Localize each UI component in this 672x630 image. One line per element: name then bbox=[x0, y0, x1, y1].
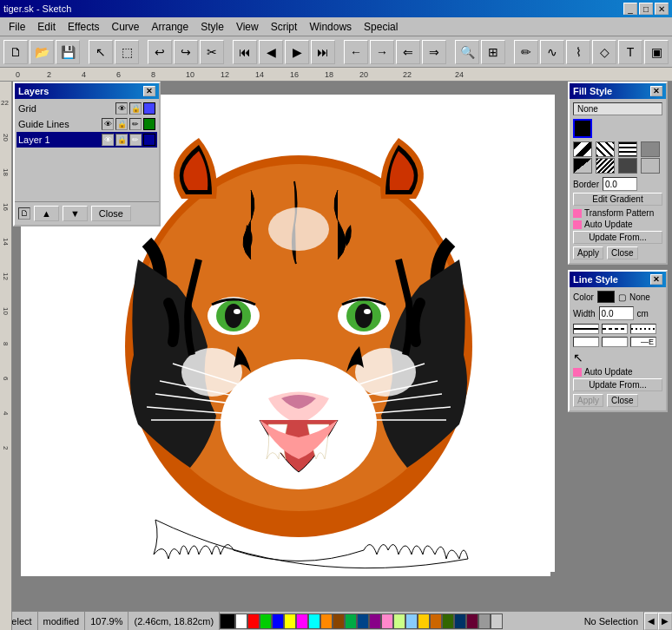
layer-visibility-layer1[interactable]: 👁 bbox=[102, 134, 114, 146]
fill-apply-button[interactable]: Apply bbox=[573, 246, 603, 259]
tool-pen[interactable]: ✏ bbox=[514, 40, 538, 64]
palette-gold[interactable] bbox=[418, 614, 430, 629]
fill-border-input[interactable] bbox=[603, 177, 637, 191]
fill-black-swatch[interactable] bbox=[573, 119, 592, 138]
menu-effects[interactable]: Effects bbox=[63, 19, 104, 35]
palette-black[interactable] bbox=[220, 614, 235, 629]
fill-swatch-pattern2[interactable] bbox=[596, 141, 615, 157]
fill-swatch-diag1[interactable] bbox=[573, 158, 592, 174]
layer-visibility-guides[interactable]: 👁 bbox=[102, 118, 114, 130]
palette-dkgreen[interactable] bbox=[345, 614, 357, 629]
line-style-close-button[interactable]: ✕ bbox=[650, 274, 662, 285]
layer-row-guides[interactable]: Guide Lines 👁 🔒 ✏ bbox=[16, 116, 157, 132]
fill-none-button[interactable]: None bbox=[573, 102, 662, 115]
menu-curve[interactable]: Curve bbox=[107, 19, 145, 35]
layer-lock-layer1[interactable]: 🔒 bbox=[115, 134, 128, 146]
tool-move-left[interactable]: ← bbox=[344, 40, 368, 64]
layers-close-button[interactable]: ✕ bbox=[143, 86, 155, 96]
layer-edit-layer1[interactable]: ✏ bbox=[129, 134, 142, 146]
layer-down-button[interactable]: ▼ bbox=[63, 206, 88, 221]
tool-undo[interactable]: ↩ bbox=[148, 40, 172, 64]
tool-grid[interactable]: ⊞ bbox=[481, 40, 505, 64]
menu-edit[interactable]: Edit bbox=[32, 19, 61, 35]
line-width-input[interactable] bbox=[599, 306, 634, 320]
tool-first[interactable]: ⏮ bbox=[233, 40, 257, 64]
fill-swatch-diag2[interactable] bbox=[596, 158, 615, 174]
layer-close-button[interactable]: Close bbox=[91, 206, 131, 221]
line-close-button[interactable]: Close bbox=[607, 394, 638, 407]
tool-text[interactable]: T bbox=[618, 40, 642, 64]
palette-maroon[interactable] bbox=[466, 614, 478, 629]
tool-next[interactable]: ▶ bbox=[285, 40, 309, 64]
tool-zoom[interactable]: 🔍 bbox=[455, 40, 479, 64]
palette-orange[interactable] bbox=[320, 614, 333, 629]
fill-swatch-light[interactable] bbox=[641, 158, 660, 174]
layer-up-button[interactable]: ▲ bbox=[34, 206, 59, 221]
tool-move-2[interactable]: ⇐ bbox=[396, 40, 420, 64]
palette-cyan[interactable] bbox=[308, 614, 320, 629]
line-apply-button[interactable]: Apply bbox=[573, 394, 603, 407]
tool-move-3[interactable]: ⇒ bbox=[422, 40, 446, 64]
palette-ltblue[interactable] bbox=[405, 614, 418, 629]
palette-ltgray[interactable] bbox=[491, 614, 503, 629]
menu-special[interactable]: Special bbox=[359, 19, 403, 35]
tool-last[interactable]: ⏭ bbox=[311, 40, 335, 64]
palette-yellow[interactable] bbox=[284, 614, 296, 629]
tool-cut[interactable]: ✂ bbox=[200, 40, 224, 64]
menu-arrange[interactable]: Arrange bbox=[147, 19, 194, 35]
palette-green[interactable] bbox=[260, 614, 272, 629]
menu-view[interactable]: View bbox=[231, 19, 264, 35]
tool-select[interactable]: ↖ bbox=[89, 40, 113, 64]
palette-pink[interactable] bbox=[381, 614, 393, 629]
palette-white[interactable] bbox=[235, 614, 247, 629]
palette-rust[interactable] bbox=[430, 614, 442, 629]
tool-save[interactable]: 💾 bbox=[56, 40, 80, 64]
line-sample-arrow-right[interactable] bbox=[602, 337, 628, 347]
fill-swatch-gray[interactable] bbox=[641, 141, 660, 157]
layer-edit-guides[interactable]: ✏ bbox=[129, 118, 142, 130]
scroll-left-button[interactable]: ◀ bbox=[644, 613, 658, 630]
palette-brown[interactable] bbox=[333, 614, 345, 629]
layer-row-grid[interactable]: Grid 👁 🔒 bbox=[16, 101, 157, 116]
tool-new[interactable]: 🗋 bbox=[3, 40, 28, 64]
layer-visibility-grid[interactable]: 👁 bbox=[115, 102, 128, 115]
palette-forest[interactable] bbox=[442, 614, 454, 629]
fill-swatch-pattern3[interactable] bbox=[618, 141, 637, 157]
minimize-button[interactable]: _ bbox=[623, 3, 637, 15]
line-sample-dotted[interactable] bbox=[630, 324, 656, 334]
fill-close-button[interactable]: Close bbox=[607, 246, 638, 259]
palette-ltgreen[interactable] bbox=[393, 614, 405, 629]
tool-shape[interactable]: ◇ bbox=[592, 40, 616, 64]
palette-blue[interactable] bbox=[272, 614, 284, 629]
tool-bezier[interactable]: ∿ bbox=[540, 40, 564, 64]
tool-select-rect[interactable]: ⬚ bbox=[115, 40, 139, 64]
menu-file[interactable]: File bbox=[3, 19, 30, 35]
layer-row-layer1[interactable]: Layer 1 👁 🔒 ✏ bbox=[16, 132, 157, 148]
palette-red[interactable] bbox=[247, 614, 260, 629]
fill-style-close-button[interactable]: ✕ bbox=[650, 86, 662, 96]
fill-swatch-dark[interactable] bbox=[618, 158, 637, 174]
fill-edit-gradient-button[interactable]: Edit Gradient bbox=[573, 193, 662, 206]
tool-node[interactable]: ⌇ bbox=[566, 40, 590, 64]
palette-magenta[interactable] bbox=[296, 614, 308, 629]
line-sample-dashed[interactable] bbox=[602, 324, 628, 334]
tool-move-right[interactable]: → bbox=[370, 40, 394, 64]
palette-navy[interactable] bbox=[454, 614, 466, 629]
line-sample-end[interactable]: —E bbox=[630, 337, 656, 347]
fill-update-from-button[interactable]: Update From... bbox=[573, 231, 662, 244]
line-sample-solid[interactable] bbox=[573, 324, 599, 334]
palette-dkblue[interactable] bbox=[357, 614, 369, 629]
tool-prev[interactable]: ◀ bbox=[259, 40, 283, 64]
close-button[interactable]: ✕ bbox=[655, 3, 669, 15]
tool-redo[interactable]: ↪ bbox=[174, 40, 198, 64]
menu-windows[interactable]: Windows bbox=[304, 19, 357, 35]
line-color-swatch[interactable] bbox=[597, 291, 615, 303]
maximize-button[interactable]: □ bbox=[639, 3, 653, 15]
layer-lock-grid[interactable]: 🔒 bbox=[129, 102, 142, 115]
scroll-right-button[interactable]: ▶ bbox=[658, 613, 672, 630]
line-update-from-button[interactable]: Update From... bbox=[573, 378, 662, 391]
fill-swatch-pattern1[interactable] bbox=[573, 141, 592, 157]
tool-extra[interactable]: ▣ bbox=[644, 40, 669, 64]
line-sample-arrow-left[interactable] bbox=[573, 337, 599, 347]
menu-script[interactable]: Script bbox=[266, 19, 303, 35]
